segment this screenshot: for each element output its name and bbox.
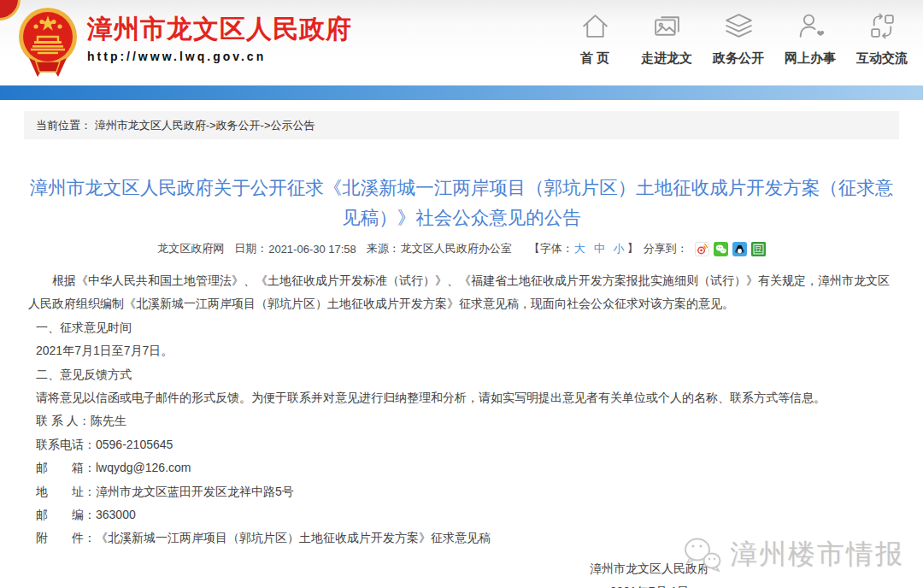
font-size-large-button[interactable]: 大 <box>574 241 585 256</box>
nav-item-online-service[interactable]: 网上办事 <box>774 10 846 67</box>
meta-source: 龙文区人民政府办公室 <box>401 241 512 256</box>
article-body: 根据《中华人民共和国土地管理法》、《土地征收成片开发标准（试行）》、《福建省土地… <box>28 269 895 550</box>
watermark: 漳州楼市情报 <box>680 535 904 574</box>
contact-address: 地 址：漳州市龙文区蓝田开发区龙祥中路5号 <box>28 480 895 503</box>
nav-item-about[interactable]: 走进龙文 <box>631 10 703 67</box>
nav-item-label: 互动交流 <box>856 50 908 67</box>
page-title: 漳州市龙文区人民政府关于公开征求《北溪新城一江两岸项目（郭坑片区）土地征收成片开… <box>28 173 895 233</box>
paragraph: 2021年7月1日至7月7日。 <box>28 339 895 362</box>
site-header: 漳州市龙文区人民政府 http://www.lwq.gov.cn 首 页 走进龙… <box>0 0 923 85</box>
breadcrumb-label: 当前位置： <box>36 119 95 132</box>
meta-source-site: 龙文区政府网 <box>157 241 224 256</box>
contact-zipcode: 邮 编：363000 <box>28 503 895 526</box>
breadcrumb: 当前位置： 漳州市龙文区人民政府->政务公开->公示公告 <box>24 111 899 139</box>
nav-item-label: 网上办事 <box>785 50 836 67</box>
nav-item-label: 首 页 <box>580 50 609 67</box>
paragraph: 一、征求意见时间 <box>28 316 895 339</box>
photo-icon <box>651 10 683 42</box>
site-brand: 漳州市龙文区人民政府 http://www.lwq.gov.cn <box>87 14 352 63</box>
watermark-text: 漳州楼市情报 <box>730 536 904 573</box>
meta-date: 2021-06-30 17:58 <box>268 243 356 256</box>
font-size-small-button[interactable]: 小 <box>614 241 625 256</box>
wechat-face-watermark-icon <box>680 535 725 574</box>
share-label: 分享到： <box>644 241 688 256</box>
signature-date: 2021年7月 1日 <box>590 580 709 588</box>
contact-email: 邮 箱：lwqydg@126.com <box>28 456 895 479</box>
paragraph: 请将意见以信函或电子邮件的形式反馈。为便于联系并对意见进行归纳整理和分析，请如实… <box>28 386 895 409</box>
article-meta: 龙文区政府网 日期：2021-06-30 17:58 来源：龙文区人民政府办公室… <box>0 241 923 256</box>
nav-item-label: 政务公开 <box>713 50 764 67</box>
home-icon <box>579 10 611 42</box>
site-title: 漳州市龙文区人民政府 <box>87 14 352 44</box>
national-emblem-icon <box>17 5 79 77</box>
douban-glyph: 豆 <box>754 243 762 255</box>
nav-item-gov-info[interactable]: 政务公开 <box>703 10 774 67</box>
nav-item-home[interactable]: 首 页 <box>559 10 631 67</box>
layers-icon <box>723 10 755 42</box>
user-heart-icon <box>795 10 826 42</box>
header-divider-bar <box>0 85 923 100</box>
nav-item-interaction[interactable]: 互动交流 <box>846 10 918 67</box>
douban-share-icon[interactable]: 豆 <box>751 242 766 256</box>
font-size-label-open: 【字体： <box>529 241 573 256</box>
exchange-icon <box>867 10 898 42</box>
paragraph: 根据《中华人民共和国土地管理法》、《土地征收成片开发标准（试行）》、《福建省土地… <box>28 269 895 316</box>
meta-date-label: 日期： <box>234 241 267 256</box>
wechat-share-icon[interactable] <box>714 242 728 256</box>
weibo-share-icon[interactable] <box>695 242 709 256</box>
breadcrumb-path[interactable]: 漳州市龙文区人民政府->政务公开->公示公告 <box>95 119 315 132</box>
meta-source-label: 来源： <box>367 241 400 256</box>
site-url: http://www.lwq.gov.cn <box>87 50 352 63</box>
contact-phone: 联系电话：0596-2105645 <box>28 433 895 456</box>
nav-item-label: 走进龙文 <box>641 50 692 67</box>
font-size-label-close: 】 <box>627 241 638 256</box>
font-size-medium-button[interactable]: 中 <box>594 241 605 256</box>
share-icons: 豆 <box>695 242 766 256</box>
qq-share-icon[interactable] <box>732 242 747 256</box>
top-navigation: 首 页 走进龙文 政务公开 网上办事 <box>559 10 918 67</box>
paragraph: 二、意见反馈方式 <box>28 363 895 386</box>
contact-person: 联 系 人：陈先生 <box>28 409 895 432</box>
